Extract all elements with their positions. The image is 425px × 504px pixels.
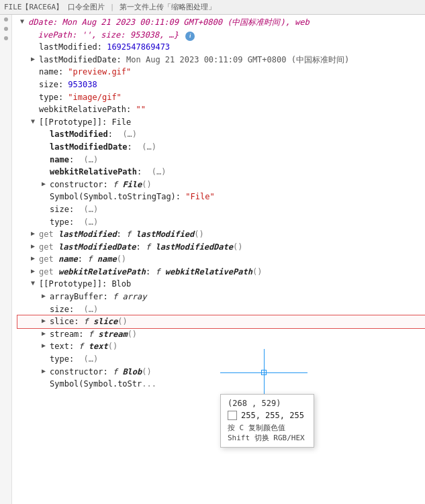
expand-arrow-proto-file[interactable] (31, 116, 39, 127)
key-proto-lastModifiedDate: lastModifiedDate (50, 141, 128, 154)
sidebar-strip (0, 15, 12, 504)
inspector-root-line[interactable]: dDate: Mon Aug 21 2023 00:11:09 GMT+0800… (17, 16, 425, 29)
val-proto-file: File (111, 116, 131, 129)
val-text: f (79, 340, 88, 353)
key-constructor-blob: constructor (50, 366, 103, 379)
key-proto-type: type (50, 216, 69, 229)
line-proto-blob[interactable]: [[Prototype]] : Blob (17, 278, 425, 291)
key-blob-size: size (50, 303, 69, 316)
val-get-lastModified: f (126, 228, 136, 241)
funcname-slice: slice (93, 315, 117, 328)
key-lastModified: lastModified (39, 41, 97, 54)
expand-arrow-constructor-blob[interactable] (42, 366, 50, 376)
line-blob-type[interactable]: type : (…) (17, 353, 425, 366)
top-bar-separator: | (110, 3, 115, 11)
key-get-webkit: webkitRelativePath (58, 266, 146, 279)
key-type: type (39, 91, 58, 104)
line-slice[interactable]: slice : f slice() (17, 315, 425, 328)
key-proto-blob: [[Prototype]] (39, 278, 102, 291)
line-get-lastModifiedDate[interactable]: get lastModifiedDate : f lastModifiedDat… (17, 241, 425, 254)
line-stream[interactable]: stream : f stream() (17, 328, 425, 341)
key-webkitRelativePath: webkitRelativePath (39, 103, 126, 116)
line-proto-name[interactable]: name : (…) (17, 154, 425, 166)
key-proto-size: size (50, 203, 69, 216)
expand-arrow-slice[interactable] (42, 315, 50, 326)
line-blob-size[interactable]: size : (…) (17, 303, 425, 316)
line-get-name[interactable]: get name : f name() (17, 253, 425, 266)
expand-arrow-lastModifiedDate[interactable] (31, 54, 39, 64)
val-proto-type: (…) (84, 216, 99, 229)
expand-arrow-get-lastModified[interactable] (31, 228, 39, 239)
prefix-get-lastModified: get (39, 228, 58, 241)
key-arrayBuffer: arrayBuffer (50, 291, 103, 303)
funcname-stream: stream (98, 328, 127, 341)
val-name: "preview.gif" (68, 66, 131, 79)
val-lastModifiedDate: Mon Aug 21 2023 00:11:09 GMT+0800 (中国标准时… (126, 54, 349, 66)
line-proto-lastModifiedDate[interactable]: lastModifiedDate : (…) (17, 141, 425, 154)
line-lastModified[interactable]: lastModified : 1692547869473 (17, 41, 425, 54)
funcname-constructor-blob: Blob (122, 366, 142, 379)
color-picker-tooltip: (268 , 529) 255, 255, 255 按 C 复制颜色值 Shif… (220, 394, 314, 448)
tooltip-coordinates: (268 , 529) (228, 399, 307, 408)
val-constructor-blob: f (113, 366, 122, 379)
line-symbol-toStringTag[interactable]: Symbol(Symbol.toStringTag) : "File" (17, 191, 425, 203)
val-proto-lastModifiedDate: (…) (142, 141, 156, 154)
line-proto-file[interactable]: [[Prototype]] : File (17, 116, 425, 129)
val-symbol-toString-blob: ... (142, 378, 156, 391)
val-lastModified: 1692547869473 (107, 41, 170, 54)
line-lastModifiedDate[interactable]: lastModifiedDate : Mon Aug 21 2023 00:11… (17, 54, 425, 66)
line-proto-lastModified[interactable]: lastModified : (…) (17, 128, 425, 141)
val-blob-size: (…) (84, 303, 99, 316)
tooltip-hint2: Shift 切换 RGB/HEX (228, 433, 307, 443)
val-get-name: f (87, 253, 97, 266)
key-get-lastModified: lastModified (58, 228, 117, 241)
line-webkitRelativePath[interactable]: webkitRelativePath : "" (17, 103, 425, 116)
line-get-lastModified[interactable]: get lastModified : f lastModified() (17, 228, 425, 241)
expand-arrow-root[interactable] (20, 16, 28, 27)
key-symbol-toStringTag: Symbol(Symbol.toStringTag) (50, 191, 176, 203)
root-preview-text: ivePath: '', size: 953038, …} i (28, 29, 195, 42)
prefix-get-name: get (39, 253, 58, 266)
funcname-get-webkit: webkitRelativePath (165, 266, 252, 279)
val-get-webkit: f (155, 266, 164, 279)
key-proto-file: [[Prototype]] (39, 116, 102, 129)
expand-arrow-get-webkitRelativePath[interactable] (31, 266, 39, 276)
line-symbol-toString-blob[interactable]: Symbol(Symbol.toStr ... (17, 378, 425, 391)
line-get-webkitRelativePath[interactable]: get webkitRelativePath : f webkitRelativ… (17, 266, 425, 279)
tooltip-color-value: 255, 255, 255 (241, 411, 304, 420)
expand-arrow-get-name[interactable] (31, 253, 39, 264)
key-get-lastModifiedDate: lastModifiedDate (58, 241, 136, 254)
key-get-name: name (58, 253, 78, 266)
key-text: text (50, 340, 69, 353)
line-proto-size[interactable]: size : (…) (17, 203, 425, 216)
line-proto-type[interactable]: type : (…) (17, 216, 425, 229)
key-symbol-toString-blob: Symbol(Symbol.toStr (50, 378, 142, 391)
val-proto-name: (…) (84, 154, 99, 166)
expand-arrow-text[interactable] (42, 340, 50, 351)
expand-arrow-constructor-file[interactable] (42, 179, 50, 189)
expand-arrow-proto-blob[interactable] (31, 278, 39, 289)
key-proto-webkit: webkitRelativePath (50, 166, 137, 179)
top-bar-left: FILE【RACE6A】 口令全图片 (4, 2, 105, 12)
line-arrayBuffer[interactable]: arrayBuffer : f array (17, 291, 425, 303)
key-name: name (39, 66, 58, 79)
info-icon[interactable]: i (185, 32, 195, 41)
val-blob-type: (…) (84, 353, 99, 366)
expand-arrow-get-lastModifiedDate[interactable] (31, 241, 39, 252)
root-label: dDate: Mon Aug 21 2023 00:11:09 GMT+0800… (28, 16, 310, 29)
expand-arrow-stream[interactable] (42, 328, 50, 339)
line-constructor-file[interactable]: constructor : f File() (17, 179, 425, 191)
key-size: size (39, 79, 58, 91)
line-proto-webkitRelativePath[interactable]: webkitRelativePath : (…) (17, 166, 425, 179)
line-text[interactable]: text : f text() (17, 340, 425, 353)
val-proto-lastModified: (…) (122, 128, 137, 141)
val-slice: f (84, 315, 93, 328)
line-type[interactable]: type : "image/gif" (17, 91, 425, 104)
expand-arrow-arrayBuffer[interactable] (42, 291, 50, 301)
line-name[interactable]: name : "preview.gif" (17, 66, 425, 79)
line-constructor-blob[interactable]: constructor : f Blob() (17, 366, 425, 379)
line-size[interactable]: size : 953038 (17, 79, 425, 91)
key-proto-name: name (50, 154, 69, 166)
key-constructor-file: constructor (50, 179, 103, 191)
val-webkitRelativePath: "" (136, 103, 146, 116)
